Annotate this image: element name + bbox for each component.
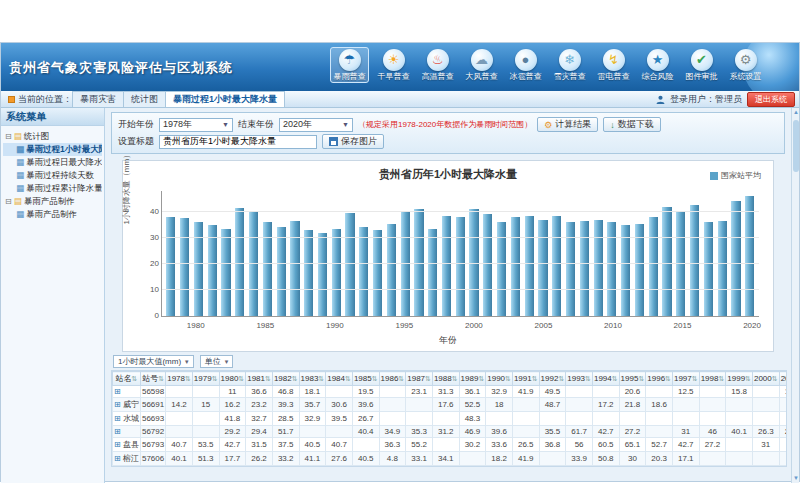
scroll-down-arrow[interactable]: ▼ <box>792 474 800 483</box>
column-header[interactable]: 1990⇅ <box>486 372 513 386</box>
menu-item[interactable]: ▦暴雨过程持续天数 <box>3 169 102 182</box>
module-settings[interactable]: ⚙系统设置 <box>726 47 765 83</box>
logout-button[interactable]: 退出系统 <box>747 92 795 107</box>
bar <box>621 225 630 316</box>
bar <box>345 213 354 316</box>
menu-group[interactable]: ⊟▤统计图 <box>3 130 102 143</box>
collapse-icon[interactable]: ⊟ <box>5 130 12 143</box>
breadcrumb-tab[interactable]: 暴雨灾害 <box>72 91 123 108</box>
vertical-scrollbar[interactable]: ▲ ▼ <box>791 108 799 483</box>
module-rainstorm[interactable]: ☂暴雨普查 <box>330 47 369 83</box>
chart-panel: 贵州省历年1小时最大降水量 国家站平均 1小时降水量（mm） 010203040… <box>122 160 774 352</box>
value-cell: 34.9 <box>379 426 406 438</box>
expand-icon[interactable]: ⊞ <box>114 414 121 423</box>
rainstorm-icon: ☂ <box>339 49 361 71</box>
toolbar: 开始年份 1978年 ▼ 结束年份 2020年 ▼ （规定采用1978-2020… <box>111 112 785 154</box>
value-cell: 39.5 <box>326 412 353 426</box>
menu-item[interactable]: ▦暴雨过程1小时最大降水量 <box>3 143 102 156</box>
app-window: 贵州省气象灾害风险评估与区划系统 ☂暴雨普查☀干旱普查♨高温普查☁大风普查●冰雹… <box>0 42 800 482</box>
column-header[interactable]: 1986⇅ <box>379 372 406 386</box>
expand-icon[interactable]: ⊞ <box>114 440 121 449</box>
module-approval[interactable]: ✔图件审批 <box>682 47 721 83</box>
module-drought[interactable]: ☀干旱普查 <box>374 47 413 83</box>
column-header[interactable]: 1997⇅ <box>672 372 699 386</box>
column-header[interactable]: 1984⇅ <box>326 372 353 386</box>
expand-icon[interactable]: ⊞ <box>114 387 121 396</box>
column-header[interactable]: 站名⇅ <box>113 372 141 386</box>
column-header[interactable]: 1985⇅ <box>352 372 379 386</box>
column-label: 1991 <box>514 374 532 383</box>
station-name: 盘县 <box>121 440 139 449</box>
value-cell: 20.6 <box>619 386 646 398</box>
start-year-select[interactable]: 1978年 ▼ <box>159 118 233 132</box>
value-cell: 30.2 <box>459 438 486 452</box>
column-header[interactable]: 1983⇅ <box>299 372 326 386</box>
module-heat[interactable]: ♨高温普查 <box>418 47 457 83</box>
end-year-select[interactable]: 2020年 ▼ <box>279 118 353 132</box>
value-cell <box>512 426 539 438</box>
value-cell <box>646 386 673 398</box>
scrollbar-thumb[interactable] <box>793 120 799 172</box>
station-name-cell: ⊞ 水城 <box>113 412 141 426</box>
save-label: 保存图片 <box>341 135 377 148</box>
user-icon <box>656 95 665 104</box>
value-cell: 26.7 <box>352 412 379 426</box>
station-name-cell: ⊞ 榕江 <box>113 452 141 466</box>
column-header[interactable]: 1992⇅ <box>539 372 566 386</box>
column-label: 1983 <box>301 374 319 383</box>
column-header[interactable]: 1991⇅ <box>512 372 539 386</box>
column-header[interactable]: 1980⇅ <box>219 372 246 386</box>
filter-dropdown[interactable]: 单位▾ <box>200 355 234 368</box>
column-header[interactable]: 1989⇅ <box>459 372 486 386</box>
chart-title-input[interactable] <box>159 135 317 149</box>
column-header[interactable]: 1995⇅ <box>619 372 646 386</box>
expand-icon[interactable]: ⊞ <box>114 427 121 436</box>
breadcrumb-tab[interactable]: 统计图 <box>123 91 165 108</box>
scroll-up-arrow[interactable]: ▲ <box>792 108 800 117</box>
value-cell <box>779 452 787 466</box>
sort-icon: ⇅ <box>585 375 591 382</box>
column-header[interactable]: 1996⇅ <box>646 372 673 386</box>
module-lightning[interactable]: ↯雷电普查 <box>594 47 633 83</box>
menu-group[interactable]: ⊟▤暴雨产品制作 <box>3 195 102 208</box>
column-header[interactable]: 1978⇅ <box>166 372 193 386</box>
module-snow[interactable]: ❄雪灾普查 <box>550 47 589 83</box>
column-header[interactable]: 1987⇅ <box>406 372 433 386</box>
column-header[interactable]: 1993⇅ <box>566 372 593 386</box>
bar <box>332 229 341 316</box>
column-header[interactable]: 站号⇅ <box>140 372 165 386</box>
column-header[interactable]: 1982⇅ <box>272 372 299 386</box>
column-label: 站名 <box>116 374 132 383</box>
menu-item[interactable]: ▦暴雨过程累计降水量 <box>3 182 102 195</box>
folder-icon: ▤ <box>14 130 22 143</box>
value-cell: 34.1 <box>432 452 459 466</box>
table-row: ⊞ 水城5669341.832.728.532.939.526.748.333.… <box>113 412 788 426</box>
module-wind[interactable]: ☁大风普查 <box>462 47 501 83</box>
legend-swatch <box>710 172 718 180</box>
column-header[interactable]: 2001⇅ <box>779 372 787 386</box>
sort-icon: ⇅ <box>425 375 431 382</box>
column-header[interactable]: 1999⇅ <box>726 372 753 386</box>
module-risk[interactable]: ★综合风险 <box>638 47 677 83</box>
filter-dropdown[interactable]: 1小时最大值(mm)▾ <box>113 355 194 368</box>
value-cell: 23.2 <box>246 398 273 412</box>
save-image-button[interactable]: 保存图片 <box>322 134 384 149</box>
column-header[interactable]: 1979⇅ <box>192 372 219 386</box>
collapse-icon[interactable]: ⊟ <box>5 195 12 208</box>
download-button[interactable]: ↓ 数据下载 <box>603 117 661 132</box>
column-header[interactable]: 1988⇅ <box>432 372 459 386</box>
menu-item[interactable]: ▦暴雨产品制作 <box>3 208 102 221</box>
expand-icon[interactable]: ⊞ <box>114 400 121 409</box>
breadcrumb-tab[interactable]: 暴雨过程1小时最大降水量 <box>165 91 285 108</box>
calculate-button[interactable]: ⚙ 计算结果 <box>537 117 598 132</box>
station-name-cell: ⊞ 威宁 <box>113 398 141 412</box>
module-hail[interactable]: ●冰雹普查 <box>506 47 545 83</box>
bar <box>277 227 286 316</box>
menu-item[interactable]: ▦暴雨过程日最大降水量 <box>3 156 102 169</box>
column-header[interactable]: 2000⇅ <box>752 372 779 386</box>
x-axis-ticks: 198019851990199520002005201020152020 <box>161 321 759 331</box>
column-header[interactable]: 1981⇅ <box>246 372 273 386</box>
expand-icon[interactable]: ⊞ <box>114 454 121 463</box>
column-header[interactable]: 1994⇅ <box>592 372 619 386</box>
column-header[interactable]: 1998⇅ <box>699 372 726 386</box>
